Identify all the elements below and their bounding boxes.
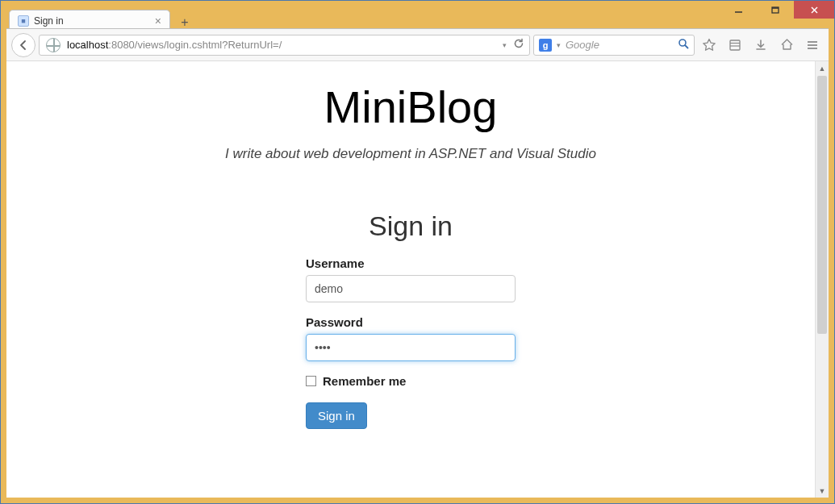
site-header: MiniBlog I write about web development i… (6, 61, 815, 162)
page-content: MiniBlog I write about web development i… (6, 61, 815, 498)
url-dropdown-icon[interactable]: ▾ (503, 41, 507, 49)
search-engine-dropdown-icon[interactable]: ▾ (557, 41, 561, 49)
login-heading: Sign in (306, 210, 516, 242)
signin-button[interactable]: Sign in (306, 402, 367, 429)
url-text: localhost:8080/views/login.cshtml?Return… (67, 39, 499, 51)
window-controls (720, 1, 834, 19)
vertical-scrollbar[interactable]: ▲ ▼ (815, 61, 829, 498)
scroll-thumb[interactable] (817, 76, 827, 334)
remember-checkbox[interactable] (306, 376, 316, 386)
bookmark-star-icon[interactable] (698, 34, 720, 56)
password-input[interactable] (306, 334, 516, 361)
downloads-icon[interactable] (749, 34, 772, 56)
username-input[interactable] (306, 275, 516, 302)
remember-label: Remember me (323, 374, 406, 388)
url-host: localhost (67, 39, 108, 51)
browser-chrome: localhost:8080/views/login.cshtml?Return… (6, 28, 829, 498)
site-tagline: I write about web development in ASP.NET… (23, 146, 799, 162)
password-group: Password (306, 315, 516, 361)
window-maximize-button[interactable] (757, 1, 794, 19)
login-form: Sign in Username Password Remember me Si… (306, 210, 516, 429)
remember-row[interactable]: Remember me (306, 374, 516, 388)
home-icon[interactable] (775, 34, 798, 56)
search-engine-icon[interactable]: g (539, 39, 552, 52)
browser-window: ■ Sign in × + localhost:8080/views/login… (0, 0, 835, 504)
tab-close-button[interactable]: × (153, 15, 163, 27)
url-actions: ▾ (503, 38, 524, 52)
search-bar[interactable]: g ▾ Google (533, 35, 695, 56)
reload-button[interactable] (513, 38, 524, 52)
menu-icon[interactable] (801, 34, 824, 56)
page-favicon: ■ (18, 15, 29, 27)
svg-rect-7 (730, 40, 740, 50)
username-group: Username (306, 256, 516, 302)
scroll-up-button[interactable]: ▲ (816, 61, 829, 75)
window-close-button[interactable] (794, 1, 834, 19)
svg-line-6 (685, 45, 688, 48)
nav-back-button[interactable] (11, 33, 35, 57)
viewport: MiniBlog I write about web development i… (6, 61, 829, 498)
password-label: Password (306, 315, 516, 329)
url-path: :8080/views/login.cshtml?ReturnUrl=/ (108, 39, 282, 51)
globe-icon (46, 38, 61, 52)
search-submit-icon[interactable] (678, 38, 689, 52)
library-icon[interactable] (724, 34, 746, 56)
site-title: MiniBlog (23, 81, 799, 133)
scroll-down-button[interactable]: ▼ (816, 484, 829, 498)
username-label: Username (306, 256, 516, 270)
tab-title: Sign in (34, 15, 148, 27)
browser-toolbar: localhost:8080/views/login.cshtml?Return… (6, 29, 829, 61)
window-minimize-button[interactable] (720, 1, 757, 19)
url-bar[interactable]: localhost:8080/views/login.cshtml?Return… (39, 35, 530, 56)
search-placeholder: Google (566, 39, 673, 51)
